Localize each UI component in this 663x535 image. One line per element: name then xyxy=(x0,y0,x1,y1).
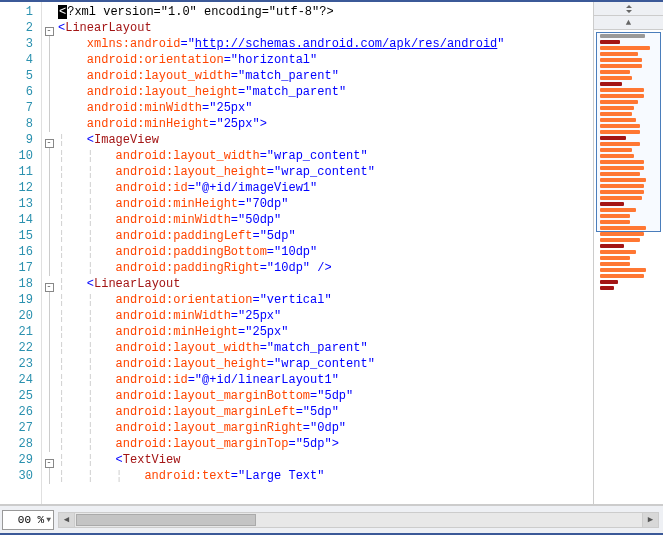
fold-row[interactable] xyxy=(42,116,56,132)
fold-row[interactable] xyxy=(42,436,56,452)
fold-row[interactable] xyxy=(42,148,56,164)
code-line[interactable]: ¦ ¦ android:paddingBottom="10dp" xyxy=(58,244,593,260)
fold-row[interactable] xyxy=(42,84,56,100)
line-number[interactable]: 29 xyxy=(0,452,41,468)
line-number[interactable]: 22 xyxy=(0,340,41,356)
code-line[interactable]: ¦ ¦ android:layout_marginRight="0dp" xyxy=(58,420,593,436)
line-number[interactable]: 2 xyxy=(0,20,41,36)
code-line[interactable]: ¦ ¦ android:minHeight="25px" xyxy=(58,324,593,340)
line-number[interactable]: 12 xyxy=(0,180,41,196)
scroll-right-icon[interactable]: ▶ xyxy=(642,513,658,527)
code-line[interactable]: ¦ ¦ android:id="@+id/linearLayout1" xyxy=(58,372,593,388)
code-line[interactable]: ¦ <ImageView xyxy=(58,132,593,148)
line-number[interactable]: 24 xyxy=(0,372,41,388)
scroll-up-icon[interactable]: ▲ xyxy=(594,16,663,30)
code-line[interactable]: android:minHeight="25px"> xyxy=(58,116,593,132)
fold-toggle-icon[interactable]: - xyxy=(45,139,54,148)
split-handle-icon[interactable] xyxy=(594,2,663,16)
fold-row[interactable] xyxy=(42,420,56,436)
code-line[interactable]: android:layout_width="match_parent" xyxy=(58,68,593,84)
code-line[interactable]: ¦ ¦ android:layout_height="wrap_content" xyxy=(58,356,593,372)
fold-row[interactable] xyxy=(42,356,56,372)
fold-row[interactable] xyxy=(42,308,56,324)
fold-row[interactable] xyxy=(42,68,56,84)
line-number[interactable]: 19 xyxy=(0,292,41,308)
line-number[interactable]: 28 xyxy=(0,436,41,452)
code-line[interactable]: ¦ ¦ android:minHeight="70dp" xyxy=(58,196,593,212)
fold-toggle-icon[interactable]: - xyxy=(45,27,54,36)
line-number[interactable]: 14 xyxy=(0,212,41,228)
code-line[interactable]: ¦ ¦ android:layout_marginBottom="5dp" xyxy=(58,388,593,404)
code-line[interactable]: ¦ ¦ android:layout_width="wrap_content" xyxy=(58,148,593,164)
fold-row[interactable]: - xyxy=(42,452,56,468)
line-number[interactable]: 25 xyxy=(0,388,41,404)
line-number[interactable]: 21 xyxy=(0,324,41,340)
fold-toggle-icon[interactable]: - xyxy=(45,459,54,468)
fold-row[interactable] xyxy=(42,468,56,484)
fold-row[interactable] xyxy=(42,164,56,180)
fold-toggle-icon[interactable]: - xyxy=(45,283,54,292)
fold-row[interactable] xyxy=(42,404,56,420)
code-line[interactable]: android:orientation="horizontal" xyxy=(58,52,593,68)
code-line[interactable]: ¦ ¦ android:layout_marginTop="5dp"> xyxy=(58,436,593,452)
code-line[interactable]: <LinearLayout xyxy=(58,20,593,36)
line-number[interactable]: 26 xyxy=(0,404,41,420)
line-number[interactable]: 7 xyxy=(0,100,41,116)
fold-row[interactable]: - xyxy=(42,132,56,148)
code-line[interactable]: <?xml version="1.0" encoding="utf-8"?> xyxy=(58,4,593,20)
code-line[interactable]: xmlns:android="http://schemas.android.co… xyxy=(58,36,593,52)
code-line[interactable]: ¦ ¦ android:minWidth="25px" xyxy=(58,308,593,324)
fold-row[interactable] xyxy=(42,180,56,196)
fold-row[interactable] xyxy=(42,388,56,404)
zoom-level-dropdown[interactable]: 00 % ▼ xyxy=(2,510,54,530)
fold-row[interactable] xyxy=(42,324,56,340)
code-line[interactable]: ¦ ¦ ¦ android:text="Large Text" xyxy=(58,468,593,484)
line-number[interactable]: 6 xyxy=(0,84,41,100)
code-line[interactable]: ¦ ¦ android:id="@+id/imageView1" xyxy=(58,180,593,196)
scroll-left-icon[interactable]: ◀ xyxy=(59,513,75,527)
line-number[interactable]: 23 xyxy=(0,356,41,372)
line-number[interactable]: 1 xyxy=(0,4,41,20)
line-number[interactable]: 10 xyxy=(0,148,41,164)
fold-row[interactable]: - xyxy=(42,20,56,36)
code-line[interactable]: ¦ ¦ android:paddingLeft="5dp" xyxy=(58,228,593,244)
code-line[interactable]: android:minWidth="25px" xyxy=(58,100,593,116)
line-number[interactable]: 4 xyxy=(0,52,41,68)
line-number-gutter[interactable]: 1234567891011121314151617181920212223242… xyxy=(0,2,42,504)
fold-row[interactable] xyxy=(42,196,56,212)
line-number[interactable]: 17 xyxy=(0,260,41,276)
fold-column[interactable]: ---- xyxy=(42,2,56,504)
line-number[interactable]: 27 xyxy=(0,420,41,436)
code-line[interactable]: ¦ ¦ android:orientation="vertical" xyxy=(58,292,593,308)
line-number[interactable]: 11 xyxy=(0,164,41,180)
fold-row[interactable] xyxy=(42,340,56,356)
line-number[interactable]: 16 xyxy=(0,244,41,260)
fold-row[interactable] xyxy=(42,36,56,52)
fold-row[interactable] xyxy=(42,292,56,308)
line-number[interactable]: 15 xyxy=(0,228,41,244)
fold-row[interactable] xyxy=(42,100,56,116)
code-line[interactable]: ¦ ¦ android:layout_marginLeft="5dp" xyxy=(58,404,593,420)
fold-row[interactable] xyxy=(42,228,56,244)
code-line[interactable]: ¦ <LinearLayout xyxy=(58,276,593,292)
fold-row[interactable] xyxy=(42,372,56,388)
code-line[interactable]: ¦ ¦ android:layout_height="wrap_content" xyxy=(58,164,593,180)
fold-row[interactable] xyxy=(42,4,56,20)
minimap[interactable]: ▲ xyxy=(593,2,663,504)
fold-row[interactable] xyxy=(42,260,56,276)
fold-row[interactable] xyxy=(42,244,56,260)
code-line[interactable]: android:layout_height="match_parent" xyxy=(58,84,593,100)
line-number[interactable]: 8 xyxy=(0,116,41,132)
scrollbar-thumb[interactable] xyxy=(76,514,256,526)
fold-row[interactable] xyxy=(42,52,56,68)
line-number[interactable]: 20 xyxy=(0,308,41,324)
code-line[interactable]: ¦ ¦ android:paddingRight="10dp" /> xyxy=(58,260,593,276)
code-line[interactable]: ¦ ¦ android:layout_width="match_parent" xyxy=(58,340,593,356)
fold-row[interactable]: - xyxy=(42,276,56,292)
fold-row[interactable] xyxy=(42,212,56,228)
line-number[interactable]: 30 xyxy=(0,468,41,484)
horizontal-scrollbar[interactable]: ◀ ▶ xyxy=(58,512,659,528)
line-number[interactable]: 5 xyxy=(0,68,41,84)
line-number[interactable]: 3 xyxy=(0,36,41,52)
line-number[interactable]: 18 xyxy=(0,276,41,292)
